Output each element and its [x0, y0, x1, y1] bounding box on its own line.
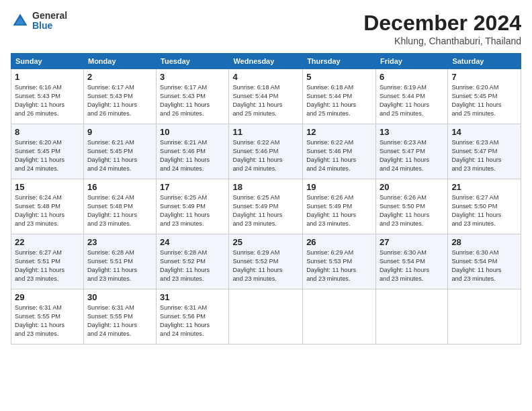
col-sunday: Sunday: [11, 54, 84, 69]
day-number: 2: [87, 72, 152, 82]
day-info: Sunrise: 6:27 AM Sunset: 5:50 PM Dayligh…: [451, 193, 517, 228]
table-row: 28Sunrise: 6:30 AM Sunset: 5:54 PM Dayli…: [448, 234, 521, 289]
day-info: Sunrise: 6:22 AM Sunset: 5:46 PM Dayligh…: [306, 138, 372, 173]
day-info: Sunrise: 6:23 AM Sunset: 5:47 PM Dayligh…: [380, 138, 444, 173]
month-title: December 2024: [363, 11, 521, 36]
day-number: 26: [306, 237, 372, 247]
day-info: Sunrise: 6:19 AM Sunset: 5:44 PM Dayligh…: [380, 83, 444, 118]
day-info: Sunrise: 6:21 AM Sunset: 5:46 PM Dayligh…: [160, 138, 225, 173]
day-number: 31: [160, 292, 225, 302]
table-row: 10Sunrise: 6:21 AM Sunset: 5:46 PM Dayli…: [157, 124, 229, 179]
day-info: Sunrise: 6:27 AM Sunset: 5:51 PM Dayligh…: [15, 248, 80, 283]
day-info: Sunrise: 6:23 AM Sunset: 5:47 PM Dayligh…: [451, 138, 517, 173]
logo-text: General Blue: [32, 11, 67, 32]
table-row: 8Sunrise: 6:20 AM Sunset: 5:45 PM Daylig…: [11, 124, 84, 179]
day-number: 29: [15, 292, 80, 302]
day-info: Sunrise: 6:20 AM Sunset: 5:45 PM Dayligh…: [451, 83, 517, 118]
table-row: 30Sunrise: 6:31 AM Sunset: 5:55 PM Dayli…: [83, 289, 156, 345]
col-wednesday: Wednesday: [229, 54, 303, 69]
day-info: Sunrise: 6:24 AM Sunset: 5:48 PM Dayligh…: [87, 193, 152, 228]
day-info: Sunrise: 6:25 AM Sunset: 5:49 PM Dayligh…: [232, 193, 299, 228]
day-number: 25: [232, 237, 299, 247]
day-number: 17: [160, 182, 225, 192]
table-row: 6Sunrise: 6:19 AM Sunset: 5:44 PM Daylig…: [375, 69, 447, 124]
day-number: 5: [306, 72, 372, 82]
header: General Blue December 2024 Khlung, Chant…: [11, 11, 521, 46]
table-row: 7Sunrise: 6:20 AM Sunset: 5:45 PM Daylig…: [448, 69, 521, 124]
day-number: 28: [451, 237, 517, 247]
table-row: [448, 289, 521, 345]
location-subtitle: Khlung, Chanthaburi, Thailand: [363, 36, 521, 46]
day-number: 19: [306, 182, 372, 192]
page-container: General Blue December 2024 Khlung, Chant…: [0, 0, 532, 411]
table-row: 1Sunrise: 6:16 AM Sunset: 5:43 PM Daylig…: [11, 69, 84, 124]
day-info: Sunrise: 6:24 AM Sunset: 5:48 PM Dayligh…: [15, 193, 80, 228]
day-number: 9: [87, 127, 152, 137]
logo-general-text: General: [32, 11, 67, 21]
day-number: 23: [87, 237, 152, 247]
calendar-week-5: 29Sunrise: 6:31 AM Sunset: 5:55 PM Dayli…: [11, 289, 521, 345]
table-row: 9Sunrise: 6:21 AM Sunset: 5:45 PM Daylig…: [83, 124, 156, 179]
table-row: 22Sunrise: 6:27 AM Sunset: 5:51 PM Dayli…: [11, 234, 84, 289]
day-info: Sunrise: 6:28 AM Sunset: 5:51 PM Dayligh…: [87, 248, 152, 283]
table-row: 21Sunrise: 6:27 AM Sunset: 5:50 PM Dayli…: [448, 179, 521, 234]
day-number: 18: [232, 182, 299, 192]
day-info: Sunrise: 6:31 AM Sunset: 5:55 PM Dayligh…: [15, 304, 80, 338]
day-info: Sunrise: 6:18 AM Sunset: 5:44 PM Dayligh…: [232, 83, 299, 118]
day-info: Sunrise: 6:22 AM Sunset: 5:46 PM Dayligh…: [232, 138, 299, 173]
title-block: December 2024 Khlung, Chanthaburi, Thail…: [363, 11, 521, 46]
col-monday: Monday: [83, 54, 156, 69]
table-row: [229, 289, 303, 345]
table-row: [303, 289, 376, 345]
day-number: 3: [160, 72, 225, 82]
day-number: 22: [15, 237, 80, 247]
logo-icon: [11, 11, 30, 30]
table-row: 16Sunrise: 6:24 AM Sunset: 5:48 PM Dayli…: [83, 179, 156, 234]
day-number: 21: [451, 182, 517, 192]
day-info: Sunrise: 6:30 AM Sunset: 5:54 PM Dayligh…: [380, 248, 444, 283]
table-row: 18Sunrise: 6:25 AM Sunset: 5:49 PM Dayli…: [229, 179, 303, 234]
day-number: 13: [380, 127, 444, 137]
col-friday: Friday: [375, 54, 447, 69]
table-row: [375, 289, 447, 345]
table-row: 13Sunrise: 6:23 AM Sunset: 5:47 PM Dayli…: [375, 124, 447, 179]
day-number: 1: [15, 72, 80, 82]
day-number: 15: [15, 182, 80, 192]
day-info: Sunrise: 6:31 AM Sunset: 5:56 PM Dayligh…: [160, 304, 225, 338]
col-saturday: Saturday: [448, 54, 521, 69]
day-number: 30: [87, 292, 152, 302]
table-row: 12Sunrise: 6:22 AM Sunset: 5:46 PM Dayli…: [303, 124, 376, 179]
day-info: Sunrise: 6:26 AM Sunset: 5:50 PM Dayligh…: [380, 193, 444, 228]
day-number: 16: [87, 182, 152, 192]
day-info: Sunrise: 6:21 AM Sunset: 5:45 PM Dayligh…: [87, 138, 152, 173]
table-row: 29Sunrise: 6:31 AM Sunset: 5:55 PM Dayli…: [11, 289, 84, 345]
calendar-table: Sunday Monday Tuesday Wednesday Thursday…: [11, 53, 521, 345]
calendar-week-2: 8Sunrise: 6:20 AM Sunset: 5:45 PM Daylig…: [11, 124, 521, 179]
table-row: 5Sunrise: 6:18 AM Sunset: 5:44 PM Daylig…: [303, 69, 376, 124]
day-info: Sunrise: 6:26 AM Sunset: 5:49 PM Dayligh…: [306, 193, 372, 228]
table-row: 31Sunrise: 6:31 AM Sunset: 5:56 PM Dayli…: [157, 289, 229, 345]
table-row: 24Sunrise: 6:28 AM Sunset: 5:52 PM Dayli…: [157, 234, 229, 289]
day-number: 8: [15, 127, 80, 137]
table-row: 26Sunrise: 6:29 AM Sunset: 5:53 PM Dayli…: [303, 234, 376, 289]
day-number: 27: [380, 237, 444, 247]
table-row: 3Sunrise: 6:17 AM Sunset: 5:43 PM Daylig…: [157, 69, 229, 124]
calendar-header-row: Sunday Monday Tuesday Wednesday Thursday…: [11, 54, 521, 69]
table-row: 15Sunrise: 6:24 AM Sunset: 5:48 PM Dayli…: [11, 179, 84, 234]
col-thursday: Thursday: [303, 54, 376, 69]
day-info: Sunrise: 6:16 AM Sunset: 5:43 PM Dayligh…: [15, 83, 80, 118]
day-info: Sunrise: 6:17 AM Sunset: 5:43 PM Dayligh…: [160, 83, 225, 118]
table-row: 25Sunrise: 6:29 AM Sunset: 5:52 PM Dayli…: [229, 234, 303, 289]
day-info: Sunrise: 6:18 AM Sunset: 5:44 PM Dayligh…: [306, 83, 372, 118]
calendar-week-4: 22Sunrise: 6:27 AM Sunset: 5:51 PM Dayli…: [11, 234, 521, 289]
table-row: 19Sunrise: 6:26 AM Sunset: 5:49 PM Dayli…: [303, 179, 376, 234]
table-row: 23Sunrise: 6:28 AM Sunset: 5:51 PM Dayli…: [83, 234, 156, 289]
day-number: 14: [451, 127, 517, 137]
day-info: Sunrise: 6:17 AM Sunset: 5:43 PM Dayligh…: [87, 83, 152, 118]
day-number: 4: [232, 72, 299, 82]
day-info: Sunrise: 6:29 AM Sunset: 5:52 PM Dayligh…: [232, 248, 299, 283]
day-info: Sunrise: 6:28 AM Sunset: 5:52 PM Dayligh…: [160, 248, 225, 283]
day-number: 20: [380, 182, 444, 192]
calendar-week-1: 1Sunrise: 6:16 AM Sunset: 5:43 PM Daylig…: [11, 69, 521, 124]
day-info: Sunrise: 6:30 AM Sunset: 5:54 PM Dayligh…: [451, 248, 517, 283]
